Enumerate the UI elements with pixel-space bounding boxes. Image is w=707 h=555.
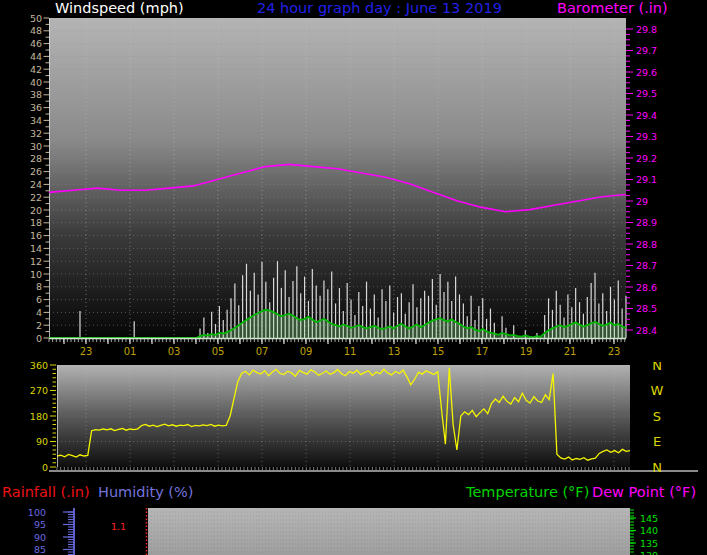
svg-text:21: 21 xyxy=(564,346,577,357)
windspeed-barometer-chart: 0246810121416182022242628303234363840424… xyxy=(0,0,707,362)
svg-text:13: 13 xyxy=(388,346,401,357)
svg-text:S: S xyxy=(653,409,661,424)
svg-text:0: 0 xyxy=(42,462,48,473)
svg-text:20: 20 xyxy=(30,205,42,216)
svg-text:28.7: 28.7 xyxy=(636,260,657,271)
svg-text:50: 50 xyxy=(30,13,42,24)
svg-text:14: 14 xyxy=(30,243,42,254)
svg-text:29.6: 29.6 xyxy=(636,67,657,78)
svg-text:29: 29 xyxy=(636,196,648,207)
svg-text:270: 270 xyxy=(30,385,48,396)
svg-text:29.4: 29.4 xyxy=(636,110,657,121)
svg-text:4: 4 xyxy=(36,307,42,318)
svg-text:N: N xyxy=(652,460,662,475)
svg-text:22: 22 xyxy=(30,192,42,203)
svg-text:145: 145 xyxy=(640,513,658,524)
svg-text:46: 46 xyxy=(30,38,42,49)
svg-text:09: 09 xyxy=(300,346,313,357)
svg-text:18: 18 xyxy=(30,217,42,228)
svg-text:29.3: 29.3 xyxy=(636,131,657,142)
rainfall-axis-title: Rainfall (.in) xyxy=(2,483,90,501)
svg-text:11: 11 xyxy=(344,346,357,357)
svg-text:29.8: 29.8 xyxy=(636,24,657,35)
svg-text:26: 26 xyxy=(30,166,42,177)
svg-text:23: 23 xyxy=(80,346,93,357)
svg-text:05: 05 xyxy=(212,346,225,357)
svg-text:12: 12 xyxy=(30,256,42,267)
series-labels-row: Rainfall (.in) Humidity (%) Temperature … xyxy=(0,483,707,503)
svg-text:29.1: 29.1 xyxy=(636,174,657,185)
svg-text:28.6: 28.6 xyxy=(636,282,657,293)
svg-text:48: 48 xyxy=(30,25,42,36)
svg-text:23: 23 xyxy=(608,346,621,357)
svg-text:180: 180 xyxy=(30,411,48,422)
svg-text:15: 15 xyxy=(432,346,445,357)
humidity-axis-title: Humidity (%) xyxy=(98,483,193,501)
svg-text:42: 42 xyxy=(30,64,42,75)
svg-text:24: 24 xyxy=(30,179,42,190)
svg-text:07: 07 xyxy=(256,346,269,357)
svg-text:90: 90 xyxy=(36,436,48,447)
svg-text:90: 90 xyxy=(34,532,46,543)
svg-text:40: 40 xyxy=(30,77,42,88)
svg-text:28.8: 28.8 xyxy=(636,239,657,250)
svg-text:130: 130 xyxy=(640,550,658,555)
svg-text:29.5: 29.5 xyxy=(636,88,657,99)
svg-text:32: 32 xyxy=(30,128,42,139)
svg-text:28: 28 xyxy=(30,153,42,164)
svg-text:28.9: 28.9 xyxy=(636,217,657,228)
svg-text:44: 44 xyxy=(30,51,42,62)
svg-text:140: 140 xyxy=(640,525,658,536)
svg-text:N: N xyxy=(652,362,662,373)
svg-text:0: 0 xyxy=(36,333,42,344)
svg-text:34: 34 xyxy=(30,115,42,126)
svg-text:100: 100 xyxy=(28,507,46,518)
svg-text:360: 360 xyxy=(30,362,48,371)
svg-text:19: 19 xyxy=(520,346,533,357)
svg-text:10: 10 xyxy=(30,269,42,280)
svg-text:28.5: 28.5 xyxy=(636,303,657,314)
svg-text:17: 17 xyxy=(476,346,489,357)
svg-text:135: 135 xyxy=(640,538,658,549)
svg-text:16: 16 xyxy=(30,230,42,241)
svg-text:01: 01 xyxy=(124,346,137,357)
svg-text:8: 8 xyxy=(36,281,42,292)
temperature-axis-title: Temperature (°F) xyxy=(466,483,589,501)
svg-text:29.7: 29.7 xyxy=(636,45,657,56)
svg-text:1.1: 1.1 xyxy=(111,521,126,532)
wind-direction-chart: 090180270360NWSEN xyxy=(0,362,707,483)
svg-text:2: 2 xyxy=(36,320,42,331)
dewpoint-axis-title: Dew Point (°F) xyxy=(592,483,696,501)
svg-text:E: E xyxy=(653,434,661,449)
page-root: Windspeed (mph) 24 hour graph day : June… xyxy=(0,0,707,555)
svg-text:36: 36 xyxy=(30,102,42,113)
svg-text:85: 85 xyxy=(34,544,46,555)
svg-text:38: 38 xyxy=(30,89,42,100)
svg-text:03: 03 xyxy=(168,346,181,357)
svg-text:28.4: 28.4 xyxy=(636,325,657,336)
svg-text:95: 95 xyxy=(34,519,46,530)
svg-text:30: 30 xyxy=(30,141,42,152)
svg-text:W: W xyxy=(651,383,664,398)
svg-text:6: 6 xyxy=(36,294,42,305)
svg-text:29.2: 29.2 xyxy=(636,153,657,164)
humidity-temperature-chart: 1009590851.1145140135130 xyxy=(0,505,707,555)
